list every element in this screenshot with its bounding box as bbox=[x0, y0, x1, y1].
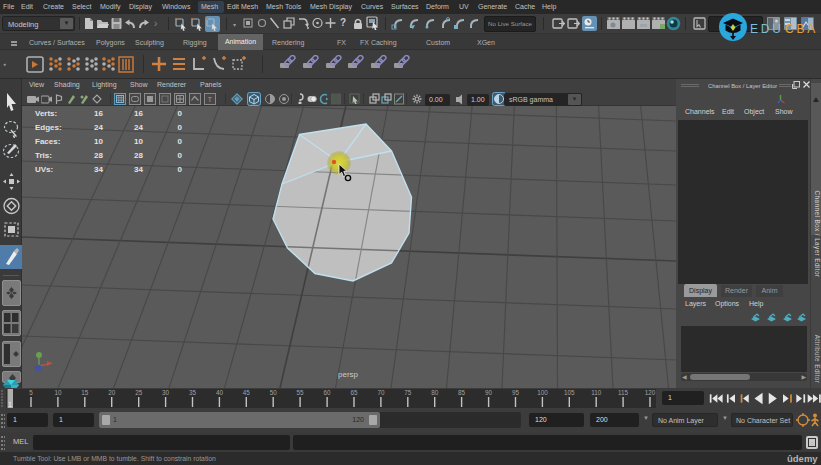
svg-text:CBA: CBA bbox=[785, 22, 818, 36]
svg-text:UVs:: UVs: bbox=[35, 165, 53, 174]
svg-text:28: 28 bbox=[94, 151, 103, 160]
svg-text:0: 0 bbox=[178, 151, 183, 160]
svg-text:95: 95 bbox=[512, 389, 520, 396]
svg-text:0: 0 bbox=[178, 165, 183, 174]
svg-text:10: 10 bbox=[54, 389, 62, 396]
svg-text:0: 0 bbox=[178, 123, 183, 132]
svg-text:40: 40 bbox=[216, 389, 224, 396]
svg-text:T: T bbox=[208, 95, 213, 104]
svg-text:16: 16 bbox=[94, 109, 103, 118]
svg-text:75: 75 bbox=[404, 389, 412, 396]
svg-text:30: 30 bbox=[162, 389, 170, 396]
svg-text:persp: persp bbox=[338, 370, 359, 379]
svg-text:120: 120 bbox=[645, 389, 656, 396]
svg-text:60: 60 bbox=[324, 389, 332, 396]
svg-text:20: 20 bbox=[108, 389, 116, 396]
svg-text:34: 34 bbox=[94, 165, 103, 174]
svg-text:Verts:: Verts: bbox=[35, 109, 57, 118]
svg-text:80: 80 bbox=[431, 389, 439, 396]
svg-text:65: 65 bbox=[350, 389, 358, 396]
svg-text:28: 28 bbox=[134, 151, 143, 160]
svg-text:Edges:: Edges: bbox=[35, 123, 62, 132]
svg-text:105: 105 bbox=[564, 389, 575, 396]
svg-text:85: 85 bbox=[458, 389, 466, 396]
svg-text:35: 35 bbox=[189, 389, 197, 396]
svg-text:0: 0 bbox=[178, 137, 183, 146]
svg-text:115: 115 bbox=[618, 389, 629, 396]
svg-text:1: 1 bbox=[8, 401, 12, 408]
svg-text:110: 110 bbox=[591, 389, 602, 396]
svg-text:55: 55 bbox=[297, 389, 305, 396]
svg-text:24: 24 bbox=[94, 123, 103, 132]
svg-text:24: 24 bbox=[134, 123, 143, 132]
svg-text:100: 100 bbox=[537, 389, 548, 396]
svg-text:50: 50 bbox=[270, 389, 278, 396]
svg-text:90: 90 bbox=[485, 389, 493, 396]
svg-text:25: 25 bbox=[135, 389, 143, 396]
svg-text:70: 70 bbox=[377, 389, 385, 396]
svg-text:16: 16 bbox=[134, 109, 143, 118]
svg-text:EDU: EDU bbox=[750, 22, 784, 36]
svg-text:10: 10 bbox=[134, 137, 143, 146]
svg-text:45: 45 bbox=[243, 389, 251, 396]
svg-text:10: 10 bbox=[94, 137, 103, 146]
svg-text:5: 5 bbox=[29, 389, 33, 396]
svg-text:Faces:: Faces: bbox=[35, 137, 60, 146]
svg-text:Tris:: Tris: bbox=[35, 151, 52, 160]
svg-text:15: 15 bbox=[81, 389, 89, 396]
svg-text:0: 0 bbox=[178, 109, 183, 118]
svg-text:34: 34 bbox=[134, 165, 143, 174]
